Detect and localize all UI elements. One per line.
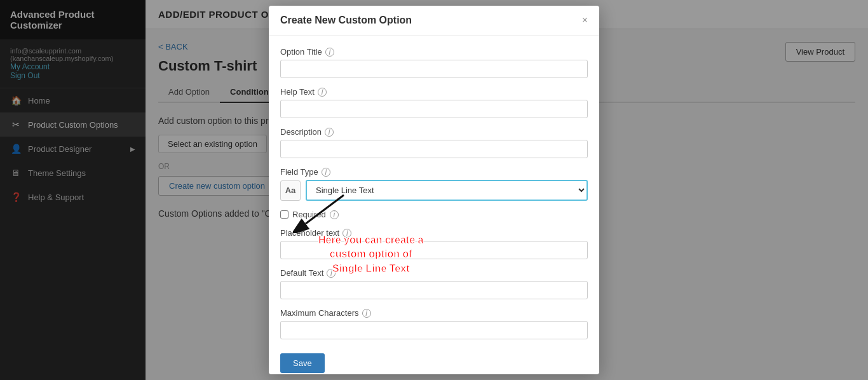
required-row: Required i <box>280 210 588 219</box>
description-input[interactable] <box>280 140 588 158</box>
modal-header: Create New Custom Option × <box>269 6 599 36</box>
max-chars-label: Maximum Characters i <box>280 308 588 318</box>
modal-overlay: Create New Custom Option × Option Title … <box>0 0 868 380</box>
default-text-info-icon[interactable]: i <box>327 269 336 278</box>
field-type-group: Field Type i Aa Single Line Text Multi L… <box>280 167 588 201</box>
modal-close-button[interactable]: × <box>582 15 588 26</box>
required-checkbox[interactable] <box>280 210 288 219</box>
max-chars-info-icon[interactable]: i <box>362 309 371 318</box>
default-text-group: Default Text i <box>280 268 588 299</box>
help-text-input[interactable] <box>280 100 588 118</box>
placeholder-label: Placeholder text i <box>280 228 588 238</box>
required-group: Required i <box>280 210 588 219</box>
modal-body: Option Title i Help Text i Description i <box>269 36 599 374</box>
placeholder-group: Placeholder text i <box>280 228 588 259</box>
description-label: Description i <box>280 127 588 137</box>
required-label: Required <box>292 210 326 219</box>
max-chars-group: Maximum Characters i <box>280 308 588 339</box>
option-title-info-icon[interactable]: i <box>325 48 334 57</box>
required-info-icon[interactable]: i <box>330 210 339 219</box>
default-text-label: Default Text i <box>280 268 588 278</box>
help-text-label: Help Text i <box>280 87 588 97</box>
default-text-input[interactable] <box>280 281 588 299</box>
field-type-aa-icon: Aa <box>280 180 301 201</box>
placeholder-info-icon[interactable]: i <box>342 229 351 238</box>
create-option-modal: Create New Custom Option × Option Title … <box>269 6 599 374</box>
field-type-row: Aa Single Line Text Multi Line Text Numb… <box>280 180 588 201</box>
placeholder-input[interactable] <box>280 241 588 259</box>
field-type-info-icon[interactable]: i <box>322 168 330 177</box>
help-text-info-icon[interactable]: i <box>318 88 327 97</box>
option-title-input[interactable] <box>280 60 588 78</box>
field-type-select[interactable]: Single Line Text Multi Line Text Number … <box>306 180 588 201</box>
modal-title: Create New Custom Option <box>280 15 412 26</box>
save-button[interactable]: Save <box>280 353 325 373</box>
max-chars-input[interactable] <box>280 321 588 339</box>
description-group: Description i <box>280 127 588 158</box>
description-info-icon[interactable]: i <box>325 128 334 137</box>
field-type-label: Field Type i <box>280 167 588 177</box>
option-title-label: Option Title i <box>280 47 588 57</box>
option-title-group: Option Title i <box>280 47 588 78</box>
help-text-group: Help Text i <box>280 87 588 118</box>
